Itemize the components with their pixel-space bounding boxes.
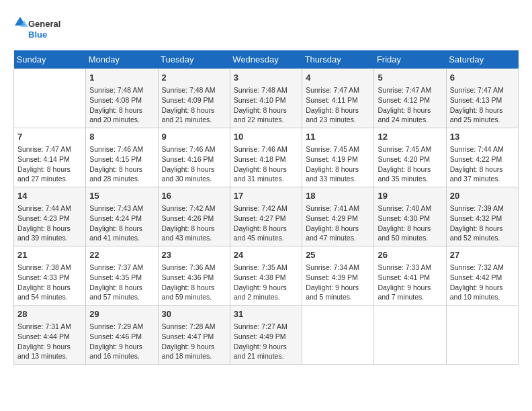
- day-header-wednesday: Wednesday: [230, 50, 302, 69]
- calendar-cell: 4Sunrise: 7:47 AM Sunset: 4:11 PM Daylig…: [302, 69, 374, 128]
- day-number: 18: [306, 190, 370, 202]
- day-header-saturday: Saturday: [446, 50, 518, 69]
- calendar-cell: 28Sunrise: 7:31 AM Sunset: 4:44 PM Dayli…: [14, 306, 86, 365]
- calendar-week-row: 1Sunrise: 7:48 AM Sunset: 4:08 PM Daylig…: [14, 69, 519, 128]
- day-info: Sunrise: 7:47 AM Sunset: 4:13 PM Dayligh…: [450, 85, 515, 125]
- day-header-thursday: Thursday: [302, 50, 374, 69]
- calendar-cell: 14Sunrise: 7:44 AM Sunset: 4:23 PM Dayli…: [14, 187, 86, 246]
- day-info: Sunrise: 7:34 AM Sunset: 4:39 PM Dayligh…: [306, 263, 370, 302]
- day-info: Sunrise: 7:48 AM Sunset: 4:10 PM Dayligh…: [234, 85, 298, 125]
- day-number: 27: [450, 249, 515, 261]
- calendar-cell: 31Sunrise: 7:27 AM Sunset: 4:49 PM Dayli…: [230, 306, 302, 365]
- day-info: Sunrise: 7:29 AM Sunset: 4:46 PM Dayligh…: [89, 322, 154, 361]
- day-info: Sunrise: 7:38 AM Sunset: 4:33 PM Dayligh…: [17, 263, 82, 302]
- page-header: General Blue: [13, 13, 519, 44]
- day-number: 4: [306, 72, 370, 84]
- calendar-cell: 8Sunrise: 7:46 AM Sunset: 4:15 PM Daylig…: [86, 128, 158, 187]
- day-number: 8: [89, 131, 154, 143]
- calendar-cell: 13Sunrise: 7:44 AM Sunset: 4:22 PM Dayli…: [446, 128, 518, 187]
- day-info: Sunrise: 7:45 AM Sunset: 4:20 PM Dayligh…: [378, 144, 442, 184]
- day-number: 11: [306, 131, 370, 143]
- day-info: Sunrise: 7:42 AM Sunset: 4:27 PM Dayligh…: [234, 203, 298, 243]
- day-number: 13: [450, 131, 515, 143]
- calendar-cell: 6Sunrise: 7:47 AM Sunset: 4:13 PM Daylig…: [446, 69, 518, 128]
- calendar-cell: 16Sunrise: 7:42 AM Sunset: 4:26 PM Dayli…: [158, 187, 230, 246]
- day-number: 30: [162, 308, 226, 320]
- day-number: 20: [450, 190, 515, 202]
- day-number: 14: [17, 190, 82, 202]
- day-number: 7: [17, 131, 82, 143]
- calendar-cell: 7Sunrise: 7:47 AM Sunset: 4:14 PM Daylig…: [14, 128, 86, 187]
- day-header-monday: Monday: [86, 50, 158, 69]
- calendar-cell: 17Sunrise: 7:42 AM Sunset: 4:27 PM Dayli…: [230, 187, 302, 246]
- calendar-body: 1Sunrise: 7:48 AM Sunset: 4:08 PM Daylig…: [14, 69, 519, 365]
- calendar-cell: 5Sunrise: 7:47 AM Sunset: 4:12 PM Daylig…: [374, 69, 446, 128]
- calendar-cell: 19Sunrise: 7:40 AM Sunset: 4:30 PM Dayli…: [374, 187, 446, 246]
- logo: General Blue: [13, 13, 74, 44]
- calendar-week-row: 14Sunrise: 7:44 AM Sunset: 4:23 PM Dayli…: [14, 187, 519, 246]
- day-number: 1: [89, 72, 154, 84]
- calendar-cell: 27Sunrise: 7:32 AM Sunset: 4:42 PM Dayli…: [446, 246, 518, 306]
- day-info: Sunrise: 7:46 AM Sunset: 4:16 PM Dayligh…: [162, 144, 226, 184]
- day-number: 21: [17, 249, 82, 261]
- calendar-cell: 18Sunrise: 7:41 AM Sunset: 4:29 PM Dayli…: [302, 187, 374, 246]
- day-number: 29: [89, 308, 154, 320]
- calendar-cell: 29Sunrise: 7:29 AM Sunset: 4:46 PM Dayli…: [86, 306, 158, 365]
- calendar-cell: 11Sunrise: 7:45 AM Sunset: 4:19 PM Dayli…: [302, 128, 374, 187]
- day-info: Sunrise: 7:46 AM Sunset: 4:18 PM Dayligh…: [234, 144, 298, 184]
- day-info: Sunrise: 7:44 AM Sunset: 4:23 PM Dayligh…: [17, 203, 82, 243]
- calendar-cell: 10Sunrise: 7:46 AM Sunset: 4:18 PM Dayli…: [230, 128, 302, 187]
- day-number: 10: [234, 131, 298, 143]
- day-info: Sunrise: 7:45 AM Sunset: 4:19 PM Dayligh…: [306, 144, 370, 184]
- calendar-cell: 30Sunrise: 7:28 AM Sunset: 4:47 PM Dayli…: [158, 306, 230, 365]
- day-info: Sunrise: 7:48 AM Sunset: 4:09 PM Dayligh…: [162, 85, 226, 125]
- day-info: Sunrise: 7:32 AM Sunset: 4:42 PM Dayligh…: [450, 263, 515, 302]
- day-number: 28: [17, 308, 82, 320]
- calendar-header-row: SundayMondayTuesdayWednesdayThursdayFrid…: [14, 50, 519, 69]
- svg-text:Blue: Blue: [28, 30, 47, 40]
- calendar-cell: 3Sunrise: 7:48 AM Sunset: 4:10 PM Daylig…: [230, 69, 302, 128]
- calendar-cell: 1Sunrise: 7:48 AM Sunset: 4:08 PM Daylig…: [86, 69, 158, 128]
- svg-text:General: General: [28, 19, 60, 29]
- calendar-cell: [374, 306, 446, 365]
- day-info: Sunrise: 7:48 AM Sunset: 4:08 PM Dayligh…: [89, 85, 154, 125]
- calendar-cell: [302, 306, 374, 365]
- day-info: Sunrise: 7:43 AM Sunset: 4:24 PM Dayligh…: [89, 203, 154, 243]
- day-number: 23: [162, 249, 226, 261]
- general-blue-logo: General Blue: [13, 13, 74, 44]
- day-info: Sunrise: 7:47 AM Sunset: 4:14 PM Dayligh…: [17, 144, 82, 184]
- day-info: Sunrise: 7:36 AM Sunset: 4:36 PM Dayligh…: [162, 263, 226, 302]
- day-info: Sunrise: 7:47 AM Sunset: 4:12 PM Dayligh…: [378, 85, 442, 125]
- day-number: 15: [89, 190, 154, 202]
- day-info: Sunrise: 7:35 AM Sunset: 4:38 PM Dayligh…: [234, 263, 298, 302]
- day-number: 25: [306, 249, 370, 261]
- calendar-cell: 24Sunrise: 7:35 AM Sunset: 4:38 PM Dayli…: [230, 246, 302, 306]
- day-number: 16: [162, 190, 226, 202]
- day-info: Sunrise: 7:39 AM Sunset: 4:32 PM Dayligh…: [450, 203, 515, 243]
- day-header-friday: Friday: [374, 50, 446, 69]
- day-number: 26: [378, 249, 442, 261]
- calendar-cell: 20Sunrise: 7:39 AM Sunset: 4:32 PM Dayli…: [446, 187, 518, 246]
- calendar-cell: 26Sunrise: 7:33 AM Sunset: 4:41 PM Dayli…: [374, 246, 446, 306]
- day-info: Sunrise: 7:28 AM Sunset: 4:47 PM Dayligh…: [162, 322, 226, 361]
- calendar-week-row: 28Sunrise: 7:31 AM Sunset: 4:44 PM Dayli…: [14, 306, 519, 365]
- day-number: 2: [162, 72, 226, 84]
- day-header-tuesday: Tuesday: [158, 50, 230, 69]
- calendar-week-row: 7Sunrise: 7:47 AM Sunset: 4:14 PM Daylig…: [14, 128, 519, 187]
- day-number: 6: [450, 72, 515, 84]
- calendar-table: SundayMondayTuesdayWednesdayThursdayFrid…: [13, 50, 519, 365]
- calendar-cell: [14, 69, 86, 128]
- day-info: Sunrise: 7:37 AM Sunset: 4:35 PM Dayligh…: [89, 263, 154, 302]
- day-number: 31: [234, 308, 298, 320]
- day-header-sunday: Sunday: [14, 50, 86, 69]
- calendar-cell: 9Sunrise: 7:46 AM Sunset: 4:16 PM Daylig…: [158, 128, 230, 187]
- day-number: 24: [234, 249, 298, 261]
- day-info: Sunrise: 7:44 AM Sunset: 4:22 PM Dayligh…: [450, 144, 515, 184]
- day-number: 22: [89, 249, 154, 261]
- calendar-week-row: 21Sunrise: 7:38 AM Sunset: 4:33 PM Dayli…: [14, 246, 519, 306]
- calendar-cell: 2Sunrise: 7:48 AM Sunset: 4:09 PM Daylig…: [158, 69, 230, 128]
- day-info: Sunrise: 7:47 AM Sunset: 4:11 PM Dayligh…: [306, 85, 370, 125]
- day-number: 17: [234, 190, 298, 202]
- day-info: Sunrise: 7:42 AM Sunset: 4:26 PM Dayligh…: [162, 203, 226, 243]
- calendar-cell: 15Sunrise: 7:43 AM Sunset: 4:24 PM Dayli…: [86, 187, 158, 246]
